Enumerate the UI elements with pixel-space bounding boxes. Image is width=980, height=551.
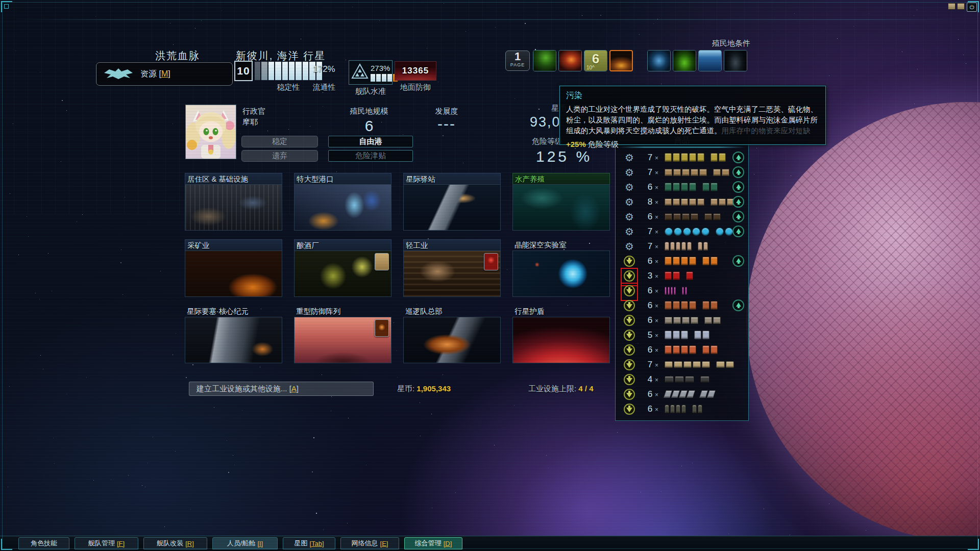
resources-button-label: 资源 [M] [140, 69, 170, 80]
commodity-row-mechs[interactable]: 6 × [616, 298, 748, 313]
ground-defense-label: 地面防御 [395, 83, 436, 92]
production-gear-icon: ⚙ [625, 197, 634, 207]
taskbar-button-4[interactable]: 星图[Tab] [283, 537, 335, 549]
commodity-icon-stack [665, 317, 734, 324]
commodity-icon-stack [665, 153, 734, 162]
production-gear-icon: ⚙ [625, 153, 634, 163]
accessibility-value: 172% [306, 64, 342, 74]
building-tile-planetary-shield[interactable]: 行星护盾 [512, 306, 610, 363]
commodity-row-pink-needles[interactable]: 6 × [616, 283, 748, 298]
demand-down-arrow-icon [624, 300, 635, 311]
commodity-icon-stack [665, 242, 734, 251]
commodity-icon-stack [665, 390, 734, 398]
commodity-row-luxury-goods[interactable]: ⚙6 × [616, 209, 748, 224]
resources-button[interactable]: 资源 [M] [96, 62, 233, 86]
pollution-tooltip: 污染 人类的工业对这个世界造成了毁灭性的破坏。空气中充满了二恶英、硫化物、粉尘，… [559, 86, 826, 145]
taskbar-button-1[interactable]: 舰队管理[F] [75, 537, 138, 549]
commodity-count: 6 × [639, 345, 658, 355]
demand-down-arrow-icon [624, 344, 635, 356]
production-gear-icon: ⚙ [625, 182, 634, 192]
commodity-row-volatiles[interactable]: ⚙7 × [616, 224, 748, 239]
commodity-row-fuel[interactable]: ⚙7 × [616, 150, 748, 165]
condition-icon-ruins[interactable] [558, 50, 582, 71]
taskbar-button-2[interactable]: 舰队改装[R] [143, 537, 207, 549]
commodity-count: 6 × [639, 256, 658, 266]
condition-icon-water[interactable] [698, 50, 722, 71]
faction-eagle-icon [96, 66, 140, 82]
demand-down-arrow-icon [624, 256, 635, 267]
commodity-row-marines[interactable]: 6 × [616, 402, 748, 416]
abandon-button[interactable]: 遗弃 [241, 150, 318, 162]
building-tile-light-industry[interactable]: 轻工业 [403, 239, 501, 297]
production-gear-icon: ⚙ [625, 241, 634, 252]
hazard-pay-button[interactable]: 危险津贴 [328, 150, 413, 162]
commodity-row-orange-drones[interactable]: 6 × [616, 254, 748, 268]
power-icon[interactable]: ⏻ [967, 3, 977, 12]
administrator-name: 摩耶 [242, 117, 258, 127]
condition-icon-organics[interactable] [673, 50, 696, 71]
tooltip-body: 人类的工业对这个世界造成了毁灭性的破坏。空气中充满了二恶英、硫化物、粉尘，以及散… [566, 104, 819, 136]
condition-icon-tech-mining[interactable] [647, 50, 671, 71]
building-tile-heavy-batteries[interactable]: 重型防御阵列 [294, 306, 391, 363]
commodity-count: 6 × [639, 286, 658, 296]
taskbar-button-command[interactable]: 综合管理[D] [404, 537, 462, 549]
taskbar-button-0[interactable]: 角色技能 [18, 537, 69, 549]
condition-icon-inhabitant[interactable] [724, 50, 747, 71]
commodity-row-blades[interactable]: 6 × [616, 387, 748, 402]
building-tile-patrol-hq[interactable]: 巡逻队总部 [403, 306, 501, 363]
footer-credits: 星币: 1,905,343 [397, 384, 451, 394]
building-tile-station[interactable]: 星际驿站 [403, 173, 501, 231]
condition-icon-population[interactable]: 6 10^ [584, 50, 607, 71]
fleet-quality-bars [371, 74, 398, 82]
commodity-row-heavy-weapons[interactable]: 4 × [616, 372, 748, 387]
demand-down-arrow-icon [624, 359, 635, 370]
commodity-row-supplies[interactable]: ⚙7 × [616, 165, 748, 180]
commodity-count: 6 × [639, 315, 658, 325]
colony-conditions-label: 殖民地条件 [664, 39, 750, 48]
commodity-row-grey-crates[interactable]: 6 × [616, 313, 748, 328]
fleet-quality-badge[interactable]: 273% [349, 60, 393, 85]
commodity-count: 8 × [639, 197, 658, 207]
commodity-count: 7 × [639, 153, 658, 163]
building-tile-star-fortress[interactable]: 星际要塞·核心纪元 [185, 306, 282, 363]
commodity-row-crew[interactable]: ⚙7 × [616, 239, 748, 254]
page-button[interactable]: 1 PAGE [505, 51, 530, 71]
condition-icon-biohazard[interactable] [533, 50, 556, 71]
taskbar-button-3[interactable]: 人员/船舱[I] [212, 537, 278, 549]
build-structure-button[interactable]: 建立工业设施或其他设施... [A] [189, 382, 374, 396]
commodity-row-canisters[interactable]: 5 × [616, 328, 748, 342]
stabilize-button[interactable]: 稳定 [241, 136, 318, 147]
fleet-quality-icon [351, 63, 369, 82]
free-port-button[interactable]: 自由港 [328, 136, 413, 147]
export-up-arrow-icon [732, 255, 744, 267]
commodity-icon-stack [665, 301, 734, 310]
building-tile-megaport[interactable]: 特大型港口 [294, 173, 391, 231]
condition-icon-pollution[interactable] [609, 50, 633, 71]
commodity-icon-stack [665, 198, 734, 206]
building-tile-brewery[interactable]: 酿酒厂 [294, 239, 391, 297]
commodity-row-capsules[interactable]: 6 × [616, 342, 748, 357]
commodity-icon-stack [665, 183, 734, 191]
window-mini-icon[interactable] [957, 3, 965, 10]
commodity-icon-stack [665, 331, 734, 339]
production-gear-icon: ⚙ [625, 167, 634, 178]
fleet-quality-value: 273% [371, 64, 390, 72]
building-tile-habitat[interactable]: 居住区 & 基础设施 [185, 173, 282, 231]
commodity-row-domestic-goods[interactable]: ⚙8 × [616, 194, 748, 209]
administrator-portrait[interactable] [185, 105, 236, 159]
building-tile-aquaculture[interactable]: 水产养殖 [512, 173, 610, 231]
export-up-arrow-icon [732, 152, 744, 163]
building-tile-lab[interactable]: 晶能深空实验室 [512, 239, 610, 297]
commodity-count: 7 × [639, 167, 658, 178]
accessibility-label: 流通性 [306, 83, 342, 92]
commodity-row-red-goods[interactable]: 3 × [616, 268, 748, 283]
commodity-icon-stack [665, 405, 734, 413]
commodity-icon-stack [665, 228, 734, 236]
colony-management-screen: 洪荒血脉 资源 [M] 新彼川, 海洋 行星 10 稳定性 172% 流通性 2… [0, 0, 980, 551]
commodity-row-green-bottles[interactable]: ⚙6 × [616, 180, 748, 194]
taskbar-button-5[interactable]: 网络信息[E] [340, 537, 399, 549]
building-tile-mining[interactable]: 采矿业 [185, 239, 282, 297]
window-mini-icon[interactable] [948, 3, 955, 10]
demand-down-arrow-icon [624, 315, 635, 326]
commodity-row-containers[interactable]: 7 × [616, 357, 748, 372]
